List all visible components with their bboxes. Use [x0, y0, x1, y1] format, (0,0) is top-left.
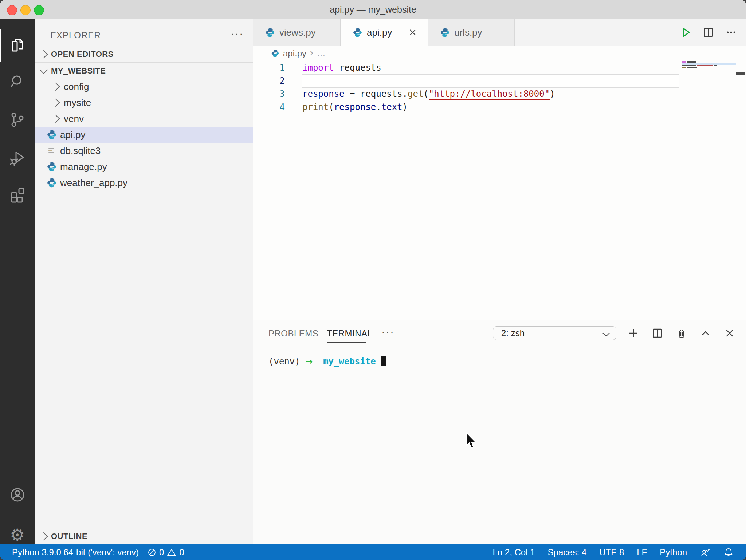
- split-terminal-button[interactable]: [651, 327, 664, 339]
- terminal-venv: (venv): [268, 356, 300, 367]
- terminal-cursor: [381, 356, 386, 366]
- section-root-folder[interactable]: MY_WEBSITE: [35, 63, 253, 79]
- chevron-down-icon: [602, 330, 610, 337]
- editor-actions: [680, 19, 746, 46]
- chevron-right-icon: [52, 99, 60, 107]
- sidebar-title: EXPLORER: [50, 30, 101, 40]
- tree-item-manage-py[interactable]: manage.py: [35, 159, 253, 175]
- tree-item-venv[interactable]: venv: [35, 111, 253, 127]
- editor-group: views.py api.py urls.py: [253, 19, 746, 320]
- python-interpreter-status[interactable]: Python 3.9.0 64-bit ('venv': venv): [12, 547, 139, 557]
- debug-icon: [9, 149, 26, 167]
- run-file-button[interactable]: [680, 26, 692, 39]
- close-panel-button[interactable]: [723, 327, 736, 339]
- chevron-right-icon: [52, 115, 60, 123]
- tab-bar: views.py api.py urls.py: [253, 19, 746, 46]
- feedback-icon[interactable]: [700, 547, 711, 557]
- chevron-right-icon: [52, 83, 60, 91]
- activity-extensions[interactable]: [0, 178, 35, 213]
- minimap-border: [736, 49, 736, 320]
- encoding-status[interactable]: UTF-8: [599, 547, 624, 557]
- breadcrumb[interactable]: api.py › …: [253, 46, 746, 61]
- tree-item-db-sqlite3[interactable]: db.sqlite3: [35, 143, 253, 159]
- warning-icon: [167, 548, 176, 557]
- gear-icon: ⚙: [10, 527, 25, 543]
- code-line: 1import requests: [253, 61, 738, 74]
- chevron-right-icon: [40, 532, 48, 541]
- section-outline[interactable]: OUTLINE: [35, 528, 253, 544]
- split-editor-button[interactable]: [702, 26, 715, 39]
- python-file-icon: [47, 162, 57, 172]
- mouse-cursor: [466, 432, 478, 449]
- panel-tab-problems[interactable]: PROBLEMS: [268, 328, 318, 339]
- explorer-sidebar: EXPLORER ··· OPEN EDITORS MY_WEBSITE con…: [35, 19, 253, 544]
- breadcrumb-separator: ›: [310, 47, 313, 58]
- activity-explorer[interactable]: [0, 28, 35, 63]
- indentation-status[interactable]: Spaces: 4: [548, 547, 587, 557]
- new-terminal-button[interactable]: [627, 327, 640, 339]
- tree-item-config[interactable]: config: [35, 79, 253, 95]
- notifications-bell-icon[interactable]: [723, 547, 734, 557]
- maximize-panel-button[interactable]: [699, 327, 712, 339]
- section-open-editors[interactable]: OPEN EDITORS: [35, 46, 253, 62]
- code-line: 3response = requests.get("http://localho…: [253, 87, 738, 100]
- git-branch-icon: [9, 111, 26, 129]
- tab-urls-py[interactable]: urls.py: [428, 19, 515, 46]
- code-line: 4print(response.text): [253, 100, 738, 114]
- activity-bar: ⚙: [0, 19, 35, 544]
- tree-item-api-py[interactable]: api.py: [35, 127, 253, 143]
- code-editor[interactable]: 1import requests 2 3response = requests.…: [253, 61, 738, 114]
- files-icon: [9, 36, 26, 54]
- screen: api.py — my_website: [0, 0, 746, 560]
- python-file-icon: [265, 28, 275, 38]
- window-title: api.py — my_website: [0, 0, 746, 19]
- account-icon: [9, 486, 26, 504]
- problems-status[interactable]: 0 0: [148, 547, 184, 557]
- terminal-cwd: my_website: [323, 356, 376, 367]
- section-divider: [35, 527, 253, 527]
- error-icon: [148, 548, 156, 557]
- vscode-window: api.py — my_website: [0, 0, 746, 560]
- kill-terminal-button[interactable]: [675, 327, 688, 339]
- chevron-down-icon: [40, 66, 48, 74]
- activity-account[interactable]: [0, 477, 35, 512]
- python-file-icon: [440, 28, 450, 38]
- tab-api-py[interactable]: api.py: [341, 19, 428, 46]
- activity-source-control[interactable]: [0, 102, 35, 137]
- terminal-picker-dropdown[interactable]: 2: zsh: [493, 326, 616, 340]
- error-count: 0: [159, 547, 164, 557]
- python-file-icon: [271, 49, 279, 58]
- activity-search[interactable]: [0, 64, 35, 99]
- status-bar: Python 3.9.0 64-bit ('venv': venv) 0 0 L…: [0, 544, 746, 560]
- eol-status[interactable]: LF: [637, 547, 647, 557]
- terminal[interactable]: (venv) → my_website: [268, 356, 386, 367]
- chevron-right-icon: [40, 50, 48, 59]
- overview-ruler-mark: [736, 72, 745, 75]
- close-tab-icon[interactable]: [408, 28, 417, 37]
- panel-more-actions[interactable]: ···: [381, 326, 394, 338]
- panel-tab-terminal[interactable]: TERMINAL: [327, 328, 372, 339]
- breadcrumb-file[interactable]: api.py: [283, 48, 306, 59]
- active-tab-underline: [327, 342, 366, 343]
- terminal-prompt-arrow: →: [305, 356, 313, 367]
- activity-run-debug[interactable]: [0, 141, 35, 176]
- section-divider: [35, 62, 253, 63]
- bottom-panel: PROBLEMS TERMINAL ··· 2: zsh: [253, 320, 746, 544]
- warning-count: 0: [179, 547, 184, 557]
- cursor-position-status[interactable]: Ln 2, Col 1: [492, 547, 535, 557]
- more-actions-button[interactable]: [725, 26, 737, 39]
- breadcrumb-symbol[interactable]: …: [317, 48, 326, 59]
- language-mode-status[interactable]: Python: [660, 547, 687, 557]
- title-bar: api.py — my_website: [0, 0, 746, 20]
- python-file-icon: [353, 28, 362, 38]
- tree-item-weather-app-py[interactable]: weather_app.py: [35, 175, 253, 191]
- tab-views-py[interactable]: views.py: [253, 19, 341, 46]
- python-file-icon: [47, 130, 57, 140]
- active-indicator: [0, 29, 1, 62]
- python-file-icon: [47, 178, 57, 188]
- sidebar-more-actions[interactable]: ···: [231, 27, 244, 40]
- search-icon: [9, 73, 26, 90]
- panel-actions: [627, 327, 736, 339]
- code-line: 2: [253, 74, 738, 87]
- tree-item-mysite[interactable]: mysite: [35, 95, 253, 111]
